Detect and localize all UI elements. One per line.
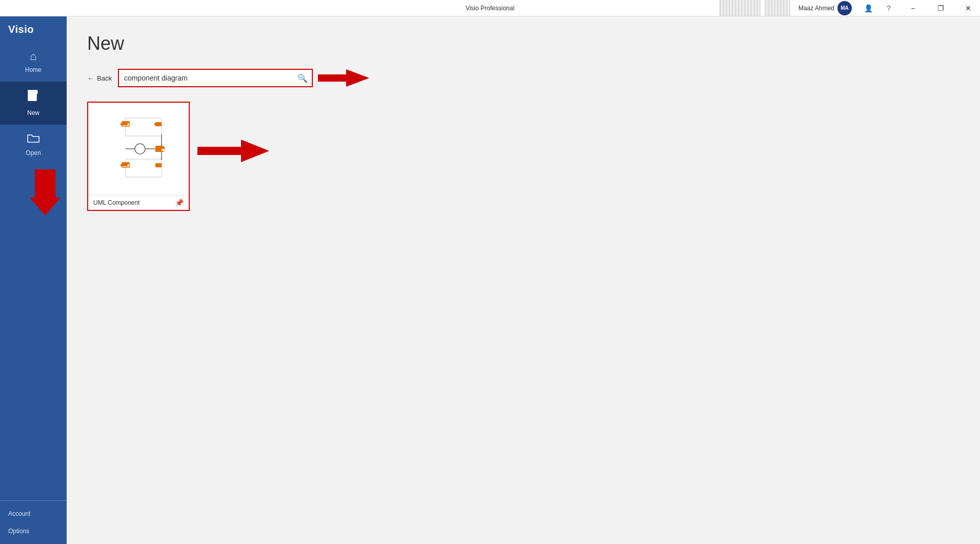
search-button[interactable]: 🔍 (293, 69, 312, 87)
card-arrow-annotation (197, 135, 269, 166)
sidebar: Visio ⌂ Home New (0, 16, 67, 544)
template-preview (88, 103, 189, 195)
svg-rect-4 (126, 118, 162, 136)
search-row: ← Back 🔍 (87, 69, 959, 87)
sidebar-item-new[interactable]: New (0, 82, 67, 125)
back-button[interactable]: ← Back (87, 74, 112, 82)
new-doc-icon (28, 90, 39, 106)
titlebar-title: Visio Professional (466, 5, 514, 12)
user-avatar: MA (837, 1, 852, 15)
template-label: UML Component (93, 199, 139, 206)
sidebar-nav: ⌂ Home New Open (0, 42, 67, 500)
templates-grid: UML Component 📌 (87, 102, 190, 211)
sidebar-options[interactable]: Options (0, 522, 67, 540)
page-title: New (87, 33, 959, 54)
search-arrow-annotation (318, 65, 369, 91)
sidebar-account[interactable]: Account (0, 505, 67, 522)
svg-rect-0 (28, 90, 36, 101)
svg-point-15 (135, 144, 145, 154)
svg-rect-13 (122, 162, 129, 164)
sidebar-item-open-label: Open (26, 149, 41, 157)
sidebar-item-new-label: New (27, 109, 39, 116)
svg-rect-14 (155, 163, 162, 167)
sidebar-item-open[interactable]: Open (0, 125, 67, 165)
svg-rect-6 (121, 123, 128, 125)
svg-rect-19 (162, 147, 165, 149)
template-footer: UML Component 📌 (88, 195, 189, 210)
svg-rect-20 (162, 149, 165, 151)
pin-icon[interactable]: 📌 (175, 199, 184, 207)
back-label: Back (97, 74, 112, 82)
svg-rect-10 (126, 159, 162, 177)
ribbon-icon-strip (719, 0, 761, 16)
svg-rect-12 (121, 164, 128, 166)
open-folder-icon (27, 133, 39, 146)
user-info: Maaz Ahmed MA (794, 1, 856, 15)
svg-marker-23 (197, 140, 269, 162)
help-button[interactable]: ? (881, 0, 897, 16)
titlebar: Visio Professional Maaz Ahmed MA 👤 ? − ❐… (0, 0, 980, 16)
search-input[interactable] (119, 74, 293, 82)
svg-marker-3 (318, 69, 369, 87)
sidebar-bottom: Account Options (0, 500, 67, 544)
search-icon-titlebar[interactable]: 👤 (860, 0, 876, 16)
titlebar-controls: Maaz Ahmed MA 👤 ? − ❐ ✕ (719, 0, 980, 16)
svg-rect-7 (122, 121, 129, 123)
home-icon: ⌂ (30, 50, 36, 63)
minimize-button[interactable]: − (901, 0, 925, 16)
ribbon-icon-strip2 (765, 0, 790, 16)
app-title: Visio (0, 16, 67, 42)
search-box: 🔍 (118, 69, 313, 87)
restore-button[interactable]: ❐ (929, 0, 952, 16)
user-name: Maaz Ahmed (798, 5, 834, 12)
back-arrow-icon: ← (87, 74, 94, 82)
sidebar-item-home[interactable]: ⌂ Home (0, 42, 67, 82)
template-card-uml-component[interactable]: UML Component 📌 (87, 102, 190, 211)
sidebar-item-home-label: Home (25, 66, 42, 73)
templates-wrapper: UML Component 📌 (87, 102, 190, 211)
svg-rect-9 (154, 123, 156, 125)
main-layout: Visio ⌂ Home New (0, 16, 980, 544)
close-button[interactable]: ✕ (956, 0, 980, 16)
main-content: New ← Back 🔍 (67, 16, 980, 544)
